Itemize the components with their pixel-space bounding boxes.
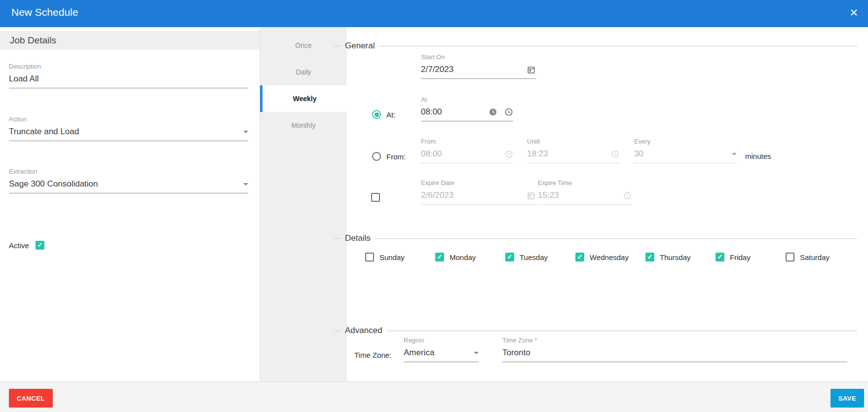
day-item-friday: ✓ Friday bbox=[716, 253, 751, 262]
friday-label: Friday bbox=[730, 253, 751, 262]
at-option-label: At: bbox=[386, 111, 395, 119]
thursday-label: Thursday bbox=[660, 253, 691, 262]
start-on-label: Start On bbox=[421, 53, 536, 61]
action-value: Truncate and Load bbox=[9, 127, 79, 137]
job-details-header: Job Details bbox=[0, 31, 260, 50]
thursday-checkbox[interactable]: ✓ bbox=[645, 253, 654, 262]
sunday-checkbox[interactable] bbox=[365, 253, 374, 262]
advanced-legend-text: Advanced bbox=[340, 326, 387, 336]
wednesday-checkbox[interactable]: ✓ bbox=[575, 253, 584, 262]
active-row: Active ✓ bbox=[9, 241, 44, 250]
clock-outline-icon bbox=[505, 150, 513, 158]
action-label: Action bbox=[9, 115, 248, 123]
at-option-row: At: bbox=[372, 110, 395, 119]
description-value: Load All bbox=[9, 74, 39, 84]
description-label: Description bbox=[9, 63, 248, 71]
expire-date-value: 2/6/2023 bbox=[421, 190, 453, 200]
day-item-tuesday: ✓ Tuesday bbox=[505, 253, 548, 262]
time-zone-label: Time Zone * bbox=[502, 337, 847, 344]
calendar-icon[interactable] bbox=[527, 65, 536, 75]
expire-row bbox=[371, 193, 380, 204]
sunday-label: Sunday bbox=[379, 253, 405, 262]
clock-outline-icon bbox=[623, 191, 632, 200]
tuesday-checkbox[interactable]: ✓ bbox=[505, 253, 514, 262]
friday-checkbox[interactable]: ✓ bbox=[716, 253, 724, 262]
minutes-suffix: minutes bbox=[745, 152, 771, 160]
chevron-down-icon[interactable] bbox=[243, 183, 248, 186]
job-details-title: Job Details bbox=[10, 31, 56, 50]
extraction-select[interactable]: Extraction Sage 300 Consolidation bbox=[9, 168, 248, 193]
chevron-down-icon[interactable] bbox=[474, 352, 479, 354]
day-item-wednesday: ✓ Wednesday bbox=[575, 253, 629, 262]
from-time-field[interactable]: From 08:00 bbox=[421, 138, 513, 163]
clock-filled-icon[interactable] bbox=[489, 108, 497, 116]
at-time-field[interactable]: At 08:00 bbox=[421, 96, 513, 121]
day-item-monday: ✓ Monday bbox=[435, 253, 476, 262]
details-legend: Details bbox=[334, 233, 857, 243]
at-radio[interactable] bbox=[372, 110, 381, 119]
every-value: 30 bbox=[634, 149, 643, 159]
tab-daily[interactable]: Daily bbox=[260, 59, 347, 85]
advanced-legend: Advanced bbox=[334, 326, 857, 336]
extraction-value: Sage 300 Consolidation bbox=[9, 179, 98, 189]
from-time-value: 08:00 bbox=[421, 149, 442, 159]
dialog-footer: CANCEL SAVE bbox=[0, 381, 868, 412]
region-label: Region bbox=[404, 337, 479, 344]
start-on-field[interactable]: Start On 2/7/2023 bbox=[421, 53, 536, 79]
extraction-label: Extraction bbox=[9, 168, 248, 176]
time-zone-field[interactable]: Time Zone * Toronto bbox=[502, 337, 847, 362]
expire-time-field[interactable]: Expire Time 15:23 bbox=[538, 179, 632, 205]
day-item-saturday: Saturday bbox=[786, 253, 830, 262]
until-time-value: 18:23 bbox=[527, 149, 548, 159]
general-legend-text: General bbox=[340, 41, 379, 51]
chevron-down-icon[interactable] bbox=[732, 153, 737, 155]
at-time-label: At bbox=[421, 96, 513, 104]
action-select[interactable]: Action Truncate and Load bbox=[9, 115, 248, 141]
from-option-label: From: bbox=[386, 152, 406, 161]
from-radio[interactable] bbox=[372, 152, 381, 161]
dialog-header: New Schedule ✕ bbox=[0, 0, 868, 27]
expire-date-label: Expire Date bbox=[421, 179, 536, 187]
cancel-button[interactable]: CANCEL bbox=[9, 389, 53, 408]
active-checkbox[interactable]: ✓ bbox=[36, 241, 44, 250]
time-zone-row-label: Time Zone: bbox=[354, 351, 391, 359]
clock-outline-icon bbox=[611, 150, 619, 158]
expire-time-label: Expire Time bbox=[538, 179, 632, 187]
at-time-value: 08:00 bbox=[421, 107, 442, 117]
from-option-row: From: bbox=[372, 152, 406, 161]
expire-date-field[interactable]: Expire Date 2/6/2023 bbox=[421, 179, 536, 205]
every-select[interactable]: Every 30 bbox=[634, 138, 737, 163]
dialog-title: New Schedule bbox=[11, 0, 78, 27]
until-time-label: Until bbox=[527, 138, 619, 146]
description-field[interactable]: Description Load All bbox=[9, 63, 248, 88]
details-legend-text: Details bbox=[340, 233, 375, 243]
day-item-sunday: Sunday bbox=[365, 253, 405, 262]
calendar-icon bbox=[527, 191, 536, 200]
expire-checkbox[interactable] bbox=[371, 193, 380, 202]
every-label: Every bbox=[634, 138, 737, 146]
region-select[interactable]: Region America bbox=[404, 337, 479, 362]
monday-checkbox[interactable]: ✓ bbox=[435, 253, 444, 262]
wednesday-label: Wednesday bbox=[590, 253, 629, 262]
time-zone-value: Toronto bbox=[502, 348, 530, 358]
day-item-thursday: ✓ Thursday bbox=[645, 253, 691, 262]
save-button[interactable]: SAVE bbox=[830, 389, 864, 408]
saturday-checkbox[interactable] bbox=[786, 253, 794, 262]
clock-outline-icon[interactable] bbox=[504, 108, 513, 116]
general-legend: General bbox=[334, 41, 857, 51]
active-label: Active bbox=[9, 241, 29, 250]
tuesday-label: Tuesday bbox=[520, 253, 548, 262]
expire-time-value: 15:23 bbox=[538, 190, 559, 200]
tab-monthly[interactable]: Monthly bbox=[260, 112, 347, 139]
until-time-field[interactable]: Until 18:23 bbox=[527, 138, 619, 163]
monday-label: Monday bbox=[450, 253, 476, 262]
close-icon[interactable]: ✕ bbox=[846, 0, 861, 27]
tab-weekly[interactable]: Weekly bbox=[260, 85, 347, 112]
region-value: America bbox=[404, 348, 434, 358]
from-time-label: From bbox=[421, 138, 513, 146]
new-schedule-dialog: New Schedule ✕ Job Details Description L… bbox=[0, 0, 868, 412]
start-on-value: 2/7/2023 bbox=[421, 65, 453, 75]
saturday-label: Saturday bbox=[800, 253, 830, 262]
chevron-down-icon[interactable] bbox=[243, 131, 248, 133]
